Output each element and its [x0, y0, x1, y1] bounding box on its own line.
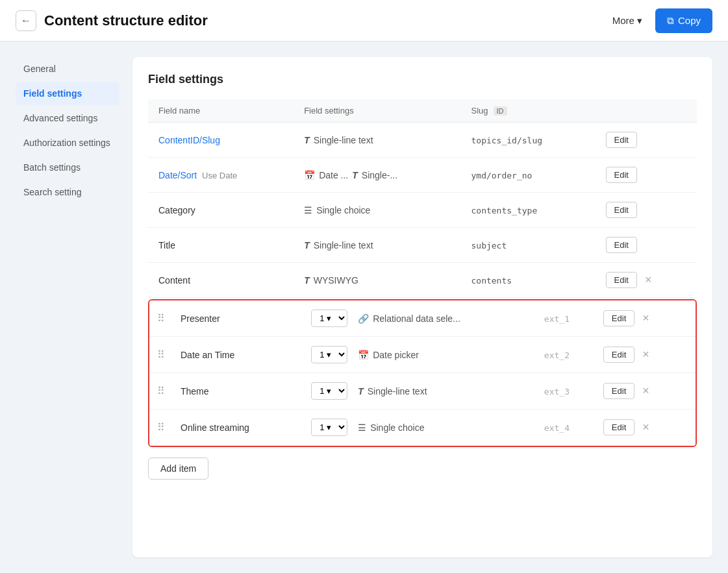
slug-cell: contents	[460, 263, 595, 298]
field-settings-cell: T Single-line text	[353, 373, 539, 409]
actions-cell: Edit	[596, 193, 697, 228]
highlighted-table: ⠿ Presenter 1 ▾ 🔗	[149, 300, 696, 446]
drag-handle-icon[interactable]: ⠿	[157, 385, 170, 396]
text-icon: T	[304, 275, 310, 286]
edit-button[interactable]: Edit	[603, 419, 634, 435]
slug-cell: ext_1	[539, 300, 598, 337]
table-row: Content T WYSIWYG contents Edit	[148, 263, 697, 298]
back-button[interactable]: ←	[16, 10, 36, 31]
field-settings-cell: 🔗 Relational data sele...	[353, 300, 539, 337]
number-cell: 1 ▾	[306, 409, 353, 446]
number-cell: 1 ▾	[306, 300, 353, 337]
more-label: More	[612, 15, 634, 26]
edit-button[interactable]: Edit	[603, 347, 634, 363]
use-date-label: Use Date	[202, 171, 237, 180]
edit-button[interactable]: Edit	[606, 237, 637, 253]
delete-button[interactable]: ×	[640, 348, 652, 361]
slug-cell: topics_id/slug	[460, 123, 595, 158]
table-header-row: Field name Field settings Slug ID	[148, 99, 697, 123]
field-settings-cell: 📅 Date ... T Single-...	[294, 158, 460, 193]
section-title: Field settings	[148, 73, 697, 86]
delete-button[interactable]: ×	[642, 273, 655, 287]
edit-button[interactable]: Edit	[603, 310, 634, 326]
calendar-icon: 📅	[358, 350, 369, 360]
copy-button[interactable]: ⧉ Copy	[655, 8, 712, 33]
actions-cell: Edit ×	[598, 409, 696, 446]
field-settings-cell: ☰ Single choice	[294, 193, 460, 228]
table-row: ⠿ Theme 1 ▾ T S	[149, 373, 696, 409]
edit-button[interactable]: Edit	[606, 202, 637, 218]
slug-cell: subject	[460, 228, 595, 263]
text-icon: T	[304, 135, 310, 145]
th-field-settings: Field settings	[294, 99, 460, 123]
delete-button[interactable]: ×	[640, 384, 652, 398]
actions-cell: Edit ×	[598, 337, 696, 373]
field-name-link[interactable]: Date/Sort	[158, 170, 197, 180]
number-cell: 1 ▾	[306, 337, 353, 373]
field-settings-cell: ☰ Single choice	[353, 409, 539, 446]
field-name-cell: Date/Sort Use Date	[148, 158, 294, 193]
page-title: Content structure editor	[44, 12, 208, 29]
drag-handle-cell: ⠿	[149, 373, 175, 409]
header-right: More ▾ ⧉ Copy	[605, 8, 712, 33]
text-icon: T	[352, 170, 358, 180]
table-row: ⠿ Presenter 1 ▾ 🔗	[149, 300, 696, 337]
highlighted-section: ⠿ Presenter 1 ▾ 🔗	[148, 299, 697, 447]
edit-button[interactable]: Edit	[603, 383, 634, 399]
slug-cell: ext_4	[539, 409, 598, 446]
number-select[interactable]: 1 ▾	[311, 346, 347, 363]
table-row: ⠿ Date an Time 1 ▾ 📅	[149, 337, 696, 373]
drag-handle-cell: ⠿	[149, 300, 175, 337]
slug-cell: contents_type	[460, 193, 595, 228]
drag-handle-icon[interactable]: ⠿	[157, 422, 170, 433]
edit-button[interactable]: Edit	[606, 167, 637, 183]
field-settings-cell: T Single-line text	[294, 228, 460, 263]
field-name-cell: Title	[148, 228, 294, 263]
table-row: Category ☰ Single choice contents_type E…	[148, 193, 697, 228]
delete-button[interactable]: ×	[640, 421, 652, 434]
number-select[interactable]: 1 ▾	[311, 419, 347, 436]
field-name-link[interactable]: ContentID/Slug	[158, 135, 220, 145]
sidebar-item-authorization-settings[interactable]: Authorization settings	[16, 131, 119, 154]
sidebar-item-advanced-settings[interactable]: Advanced settings	[16, 106, 119, 130]
drag-handle-icon[interactable]: ⠿	[157, 349, 170, 360]
header: ← Content structure editor More ▾ ⧉ Copy	[0, 0, 728, 42]
field-name-cell: Online streaming	[175, 409, 306, 446]
slug-cell: ext_2	[539, 337, 598, 373]
text-icon: T	[304, 240, 310, 250]
edit-button[interactable]: Edit	[606, 272, 637, 288]
text-icon: T	[358, 386, 364, 396]
field-name-cell: ContentID/Slug	[148, 123, 294, 158]
sidebar-item-general[interactable]: General	[16, 57, 119, 80]
drag-handle-icon[interactable]: ⠿	[157, 313, 170, 324]
edit-button[interactable]: Edit	[606, 132, 637, 148]
add-item-button[interactable]: Add item	[148, 457, 208, 480]
field-name-cell: Content	[148, 263, 294, 298]
table-row: ⠿ Online streaming 1 ▾ ☰	[149, 409, 696, 446]
sidebar-item-field-settings[interactable]: Field settings	[16, 82, 119, 105]
number-cell: 1 ▾	[306, 373, 353, 409]
th-actions	[596, 99, 697, 123]
drag-handle-cell: ⠿	[149, 409, 175, 446]
field-name-cell: Presenter	[175, 300, 306, 337]
list-icon: ☰	[358, 422, 366, 433]
more-button[interactable]: More ▾	[605, 10, 650, 32]
table-row: Title T Single-line text subject Edit	[148, 228, 697, 263]
field-name-cell: Date an Time	[175, 337, 306, 373]
actions-cell: Edit	[596, 158, 697, 193]
list-icon: ☰	[304, 205, 312, 215]
main-layout: General Field settings Advanced settings…	[0, 42, 728, 573]
content-area: Field settings Field name Field settings…	[132, 57, 712, 557]
sidebar-item-batch-settings[interactable]: Batch settings	[16, 156, 119, 179]
number-select[interactable]: 1 ▾	[311, 382, 347, 400]
slug-cell: ymd/order_no	[460, 158, 595, 193]
delete-button[interactable]: ×	[640, 311, 652, 325]
drag-handle-cell: ⠿	[149, 337, 175, 373]
field-settings-cell: T Single-line text	[294, 123, 460, 158]
actions-cell: Edit ×	[598, 373, 696, 409]
actions-cell: Edit	[596, 228, 697, 263]
table-row: ContentID/Slug T Single-line text topics…	[148, 123, 697, 158]
sidebar-item-search-setting[interactable]: Search setting	[16, 180, 119, 204]
number-select[interactable]: 1 ▾	[311, 310, 347, 327]
th-field-name: Field name	[148, 99, 294, 123]
